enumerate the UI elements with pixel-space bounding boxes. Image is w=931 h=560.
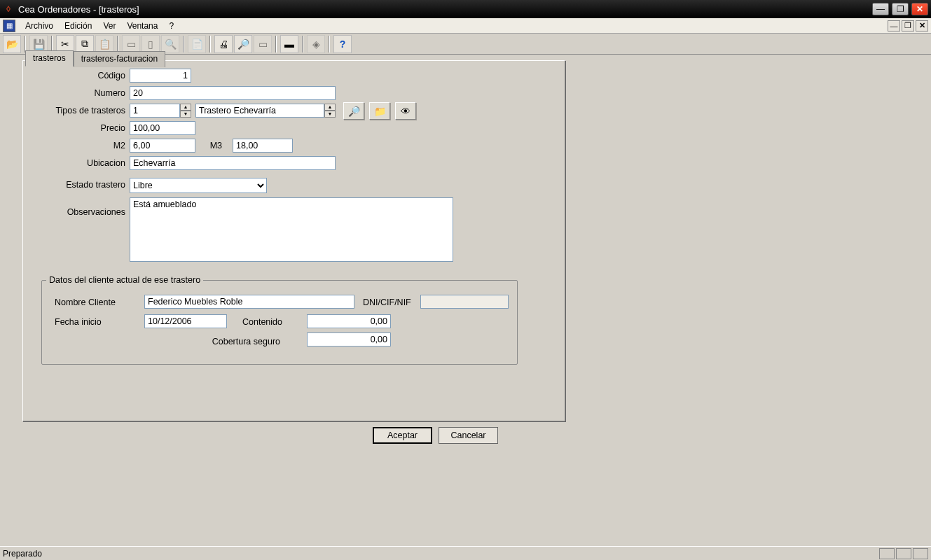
status-bar: Preparado <box>0 546 931 560</box>
status-text: Preparado <box>3 549 42 559</box>
menu-archivo[interactable]: Archivo <box>20 20 59 32</box>
label-fecha-inicio: Fecha inicio <box>55 317 139 327</box>
input-cobertura[interactable] <box>307 332 391 346</box>
input-m2[interactable] <box>130 139 195 153</box>
button-cancelar[interactable]: Cancelar <box>439 427 498 444</box>
input-nombre-cliente[interactable] <box>144 295 354 309</box>
toolbar-page-button[interactable]: ▭ <box>254 35 272 53</box>
form-panel: trasteros trasteros-facturacion Código N… <box>22 60 565 421</box>
label-contenido: Contenido <box>242 317 298 327</box>
label-numero: Numero <box>23 88 125 98</box>
menu-ver[interactable]: Ver <box>97 20 121 32</box>
toolbar-tag-button[interactable]: ◈ <box>307 35 325 53</box>
menu-help[interactable]: ? <box>163 20 179 32</box>
menu-edicion[interactable]: Edición <box>59 20 97 32</box>
status-cell-3 <box>913 548 928 559</box>
mdi-document-icon: ▦ <box>3 20 15 32</box>
label-m3: M3 <box>202 141 222 150</box>
window-title: Cea Ordenadores - [trasteros] <box>18 4 139 15</box>
tipo-nombre-spin-up[interactable]: ▲ <box>324 104 336 111</box>
label-dni: DNI/CIF/NIF <box>363 298 419 307</box>
input-m3[interactable] <box>233 139 293 153</box>
label-precio: Precio <box>23 123 125 133</box>
menu-ventana[interactable]: Ventana <box>121 20 163 32</box>
toolbar-open-button[interactable]: 📂 <box>3 35 21 53</box>
tipo-folder-button[interactable]: 📁 <box>369 102 390 120</box>
status-cell-1 <box>879 548 895 559</box>
label-m2: M2 <box>23 141 125 150</box>
input-codigo[interactable] <box>130 69 191 83</box>
input-tipo-nombre[interactable] <box>195 104 324 118</box>
tipo-num-spin-up[interactable]: ▲ <box>180 104 191 111</box>
button-aceptar[interactable]: Aceptar <box>373 427 432 444</box>
select-estado[interactable]: Libre <box>130 178 267 193</box>
work-area: trasteros trasteros-facturacion Código N… <box>0 55 931 546</box>
input-dni[interactable] <box>420 295 509 309</box>
app-icon: ◊ <box>3 4 14 15</box>
menu-bar: ▦ Archivo Edición Ver Ventana ? — ❐ ✕ <box>0 18 931 34</box>
tab-trasteros[interactable]: trasteros <box>25 50 74 66</box>
title-bar: ◊ Cea Ordenadores - [trasteros] — ❐ ✕ <box>0 0 931 18</box>
label-estado: Estado trastero <box>23 180 125 190</box>
tipo-lookup-button[interactable]: 🔎 <box>343 102 364 120</box>
label-codigo: Código <box>23 71 125 80</box>
label-cobertura: Cobertura seguro <box>168 337 280 346</box>
textarea-observaciones[interactable]: Está amueblado <box>130 197 453 262</box>
tipo-num-spin-down[interactable]: ▼ <box>180 111 191 118</box>
label-ubicacion: Ubicacion <box>23 158 125 168</box>
input-precio[interactable] <box>130 121 195 135</box>
tipo-nombre-spin-down[interactable]: ▼ <box>324 111 336 118</box>
label-nombre-cliente: Nombre Cliente <box>55 298 139 307</box>
toolbar-screen-button[interactable]: ▬ <box>280 35 298 53</box>
window-minimize-button[interactable]: — <box>872 3 889 15</box>
toolbar-print-button[interactable]: 🖨 <box>214 35 233 53</box>
window-close-button[interactable]: ✕ <box>911 3 928 15</box>
input-contenido[interactable] <box>307 314 391 328</box>
toolbar-help-button[interactable]: ? <box>333 35 352 53</box>
input-ubicacion[interactable] <box>130 156 336 170</box>
mdi-restore-button[interactable]: ❐ <box>902 20 914 31</box>
label-tipos: Tipos de trasteros <box>23 106 125 115</box>
input-numero[interactable] <box>130 86 336 100</box>
label-observaciones: Observaciones <box>23 207 125 217</box>
mdi-minimize-button[interactable]: — <box>888 20 900 31</box>
toolbar-report-button[interactable]: 📄 <box>188 35 206 53</box>
tipo-view-button[interactable]: 👁 <box>395 102 416 120</box>
toolbar-preview-button[interactable]: 🔎 <box>234 35 252 53</box>
input-fecha-inicio[interactable] <box>144 314 227 328</box>
window-maximize-button[interactable]: ❐ <box>892 3 909 15</box>
fieldset-legend: Datos del cliente actual de ese trastero <box>46 275 203 285</box>
mdi-close-button[interactable]: ✕ <box>916 20 928 31</box>
input-tipo-numero[interactable] <box>130 104 180 118</box>
status-cell-2 <box>896 548 911 559</box>
fieldset-cliente: Datos del cliente actual de ese trastero… <box>41 275 518 365</box>
